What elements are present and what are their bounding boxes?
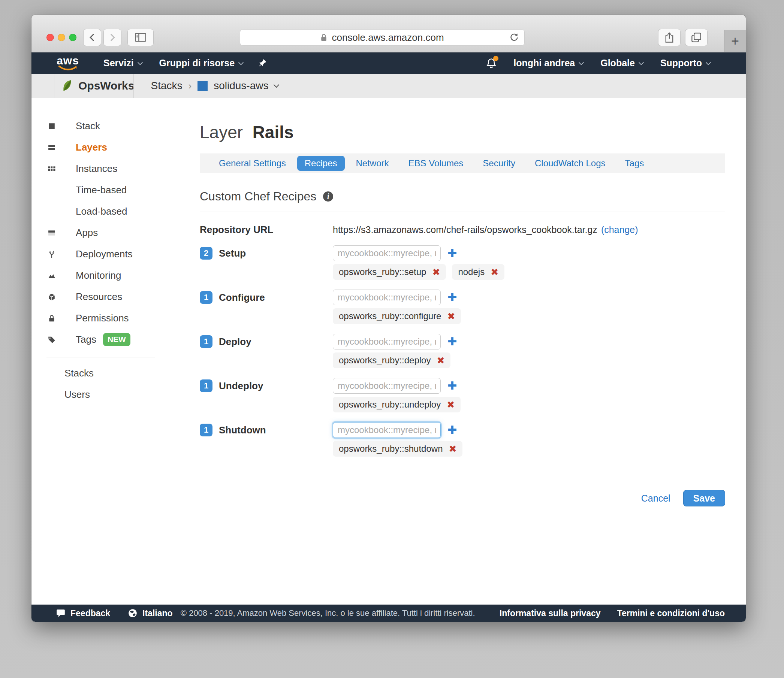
share-icon [664,32,674,43]
layers-icon [48,144,61,151]
tab-general-settings[interactable]: General Settings [210,154,294,173]
nav-account-menu[interactable]: longhi andrea [513,58,583,68]
section-title: Custom Chef Recipes [200,190,316,204]
undeploy-recipe-input[interactable] [333,378,441,394]
app-title: OpsWorks [78,79,134,92]
chevron-down-icon [579,59,584,65]
cancel-button[interactable]: Cancel [641,493,670,504]
chevron-down-icon [706,59,711,65]
globe-icon [128,609,137,618]
recipe-row-shutdown: 1 Shutdown ✚ opsworks_ruby::shutdown✖ [200,422,725,457]
sidebar-item-monitoring[interactable]: Monitoring [31,265,177,286]
configure-recipe-input[interactable] [333,289,441,305]
reload-icon [509,33,519,42]
tab-tags[interactable]: Tags [617,154,653,173]
sidebar-item-time-based[interactable]: Time-based [31,179,177,201]
repository-url-value: https://s3.amazonaws.com/chef-rails/opsw… [333,224,597,235]
copyright-text: © 2008 - 2019, Amazon Web Services, Inc.… [173,608,483,618]
setup-recipe-input[interactable] [333,245,441,261]
tabs-overview-button[interactable] [685,29,708,46]
nav-support-menu[interactable]: Supporto [660,58,710,68]
recipe-row-configure: 1 Configure ✚ opsworks_ruby::configure✖ [200,289,725,324]
sidebar-item-deployments[interactable]: Deployments [31,244,177,265]
sidebar-item-apps[interactable]: Apps [31,222,177,244]
remove-recipe-icon[interactable]: ✖ [436,355,444,366]
remove-recipe-icon[interactable]: ✖ [432,267,440,278]
recipe-chip: opsworks_ruby::configure✖ [333,308,461,324]
sidebar-item-permissions[interactable]: Permissions [31,308,177,329]
add-recipe-icon[interactable]: ✚ [447,378,457,394]
remove-recipe-icon[interactable]: ✖ [491,267,499,278]
sidebar-item-resources[interactable]: Resources [31,286,177,308]
tab-ebs-volumes[interactable]: EBS Volumes [400,154,472,173]
add-recipe-icon[interactable]: ✚ [447,245,457,261]
nav-resource-groups-menu[interactable]: Gruppi di risorse [159,58,243,68]
sidebar-toggle-button[interactable] [128,29,154,46]
sidebar-item-users[interactable]: Users [31,384,177,405]
apps-icon [48,229,61,237]
notification-badge [493,56,499,61]
divider [133,74,134,98]
forward-icon [108,34,115,41]
nav-notifications-button[interactable] [486,58,496,68]
plus-tab-icon: + [731,33,739,49]
chevron-down-icon [238,59,243,65]
nav-region-menu[interactable]: Globale [600,58,643,68]
browser-window: console.aws.amazon.com + [31,15,746,622]
sidebar-item-stack[interactable]: Stack [31,115,177,137]
sidebar-item-tags[interactable]: Tags NEW [31,329,177,350]
address-bar[interactable]: console.aws.amazon.com [240,29,525,46]
recipe-chip: opsworks_ruby::shutdown✖ [333,441,463,457]
recipe-row-setup: 2 Setup ✚ opsworks_ruby::setup✖ nodejs✖ [200,245,725,280]
nav-pin-button[interactable] [259,59,267,68]
new-tab-button[interactable]: + [724,30,746,52]
tab-recipes[interactable]: Recipes [297,156,345,171]
tab-cloudwatch-logs[interactable]: CloudWatch Logs [527,154,614,173]
tab-security[interactable]: Security [474,154,524,173]
close-window-button[interactable] [47,34,54,41]
remove-recipe-icon[interactable]: ✖ [449,443,457,454]
forward-button[interactable] [103,29,122,46]
footer: Feedback Italiano © 2008 - 2019, Amazon … [31,605,746,622]
reload-button[interactable] [509,33,519,42]
sidebar-item-instances[interactable]: Instances [31,158,177,179]
add-recipe-icon[interactable]: ✚ [447,289,457,305]
deploy-recipe-input[interactable] [333,334,441,350]
share-button[interactable] [658,29,681,46]
stack-color-swatch [198,81,207,91]
pushpin-icon [259,59,267,68]
aws-logo-text: aws [56,56,80,65]
tab-network[interactable]: Network [348,154,397,173]
remove-recipe-icon[interactable]: ✖ [447,311,455,322]
remove-recipe-icon[interactable]: ✖ [447,399,455,410]
deployments-icon [48,250,61,258]
lock-icon [48,315,61,322]
breadcrumb-stacks-link[interactable]: Stacks [151,80,182,92]
zoom-window-button[interactable] [69,34,76,41]
shutdown-recipe-input[interactable] [333,422,441,438]
language-selector[interactable]: Italiano [128,608,173,619]
nav-services-menu[interactable]: Servizi [103,58,142,68]
page-title: Layer Rails [200,122,725,142]
breadcrumb: OpsWorks Stacks › solidus-aws [31,74,746,98]
info-icon[interactable]: i [323,191,333,202]
recipe-row-undeploy: 1 Undeploy ✚ opsworks_ruby::undeploy✖ [200,378,725,412]
change-repository-link[interactable]: (change) [601,224,638,235]
save-button[interactable]: Save [683,490,725,507]
terms-link[interactable]: Termini e condizioni d'uso [617,608,725,619]
add-recipe-icon[interactable]: ✚ [447,334,457,350]
sidebar-item-load-based[interactable]: Load-based [31,201,177,222]
chevron-down-icon[interactable] [274,82,280,88]
privacy-link[interactable]: Informativa sulla privacy [500,608,601,619]
sidebar-icon [135,33,146,42]
back-button[interactable] [83,29,101,46]
breadcrumb-stack-menu[interactable]: solidus-aws [214,80,268,92]
sidebar-item-layers[interactable]: Layers [31,137,177,158]
feedback-button[interactable]: Feedback [56,608,110,619]
recipe-chip: opsworks_ruby::deploy✖ [333,353,450,368]
sidebar-item-stacks[interactable]: Stacks [31,362,177,384]
minimize-window-button[interactable] [58,34,65,41]
add-recipe-icon[interactable]: ✚ [447,422,457,438]
aws-logo[interactable]: aws [56,56,80,71]
opsworks-home-link[interactable]: OpsWorks [62,79,134,92]
